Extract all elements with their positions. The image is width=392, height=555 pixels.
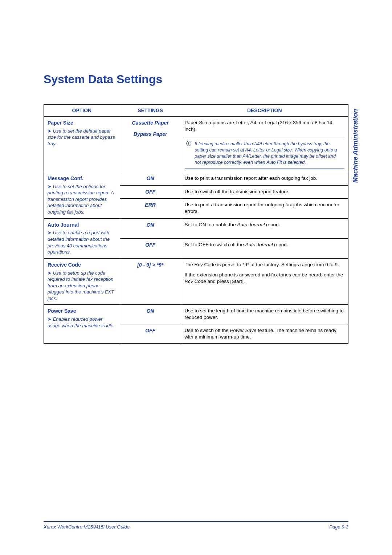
description-text: Set to ON to enable the Auto Journal rep… <box>181 218 348 238</box>
setting-value: OFF <box>124 189 177 195</box>
description-text: Use to switch off the Power Save feature… <box>181 324 348 343</box>
section-label: Machine Administration <box>352 109 359 183</box>
setting-value: OFF <box>124 327 177 334</box>
header-settings: SETTINGS <box>120 105 181 117</box>
header-description: DESCRIPTION <box>181 105 348 117</box>
info-box: i If feeding media smaller than A4/Lette… <box>185 138 344 169</box>
option-name: Paper Size <box>48 119 116 126</box>
option-name: Message Conf. <box>48 175 116 182</box>
info-icon: i <box>186 141 191 146</box>
description-text: Paper Size options are Letter, A4, or Le… <box>185 119 344 133</box>
info-text: If feeding media smaller than A4/Letter … <box>195 141 339 166</box>
footer-right: Page 9-3 <box>329 524 348 530</box>
description-text: Use to set the length of time the machin… <box>181 305 348 324</box>
page-footer: Xerox WorkCentre M15/M15i User Guide Pag… <box>44 521 348 530</box>
setting-value: [0 - 9] > *9* <box>124 262 177 268</box>
option-note: ➤ Use to setup up the code required to i… <box>48 270 116 302</box>
option-name: Auto Journal <box>48 222 116 228</box>
description-text: Use to print a transmission report for o… <box>181 199 348 218</box>
footer-left: Xerox WorkCentre M15/M15i User Guide <box>44 524 130 530</box>
option-name: Power Save <box>48 308 116 315</box>
setting-value: Cassette Paper <box>124 119 177 126</box>
table-row: Receive Code ➤ Use to setup up the code … <box>44 258 348 305</box>
description-text: Use to switch off the transmission repor… <box>181 185 348 199</box>
option-note-text: Enables reduced power usage when the mac… <box>48 316 115 328</box>
setting-value: Bypass Paper <box>124 131 177 138</box>
description-text: Set to OFF to switch off the Auto Journa… <box>181 238 348 258</box>
option-note: ➤ Use to enable a report with detailed i… <box>48 230 116 255</box>
table-row: Power Save ➤ Enables reduced power usage… <box>44 305 348 324</box>
table-row: Message Conf. ➤ Use to set the options f… <box>44 172 348 185</box>
option-note-text: Use to set the options for printing a tr… <box>48 184 114 215</box>
table-row: Auto Journal ➤ Use to enable a report wi… <box>44 218 348 238</box>
setting-value: ERR <box>124 202 177 208</box>
description-text: Use to print a transmission report after… <box>181 172 348 185</box>
option-name: Receive Code <box>48 262 116 268</box>
page-title: System Data Settings <box>44 73 348 86</box>
header-option: OPTION <box>44 105 120 117</box>
option-note: ➤ Enables reduced power usage when the m… <box>48 316 116 329</box>
option-note-text: Use to enable a report with detailed inf… <box>48 230 110 255</box>
description-text: The Rcv Code is preset to *9* at the fac… <box>181 258 348 305</box>
setting-value: ON <box>124 175 177 182</box>
table-row: Paper Size ➤ Use to set the default pape… <box>44 117 348 172</box>
option-note: ➤ Use to set the options for printing a … <box>48 183 116 215</box>
setting-value: ON <box>124 222 177 228</box>
settings-table: OPTION SETTINGS DESCRIPTION Paper Size ➤… <box>44 104 348 344</box>
option-note: ➤ Use to set the default paper size for … <box>48 128 116 147</box>
option-note-text: Use to setup up the code required to ini… <box>48 270 114 301</box>
option-note-text: Use to set the default paper size for th… <box>48 128 115 146</box>
setting-value: ON <box>124 308 177 315</box>
setting-value: OFF <box>124 242 177 248</box>
